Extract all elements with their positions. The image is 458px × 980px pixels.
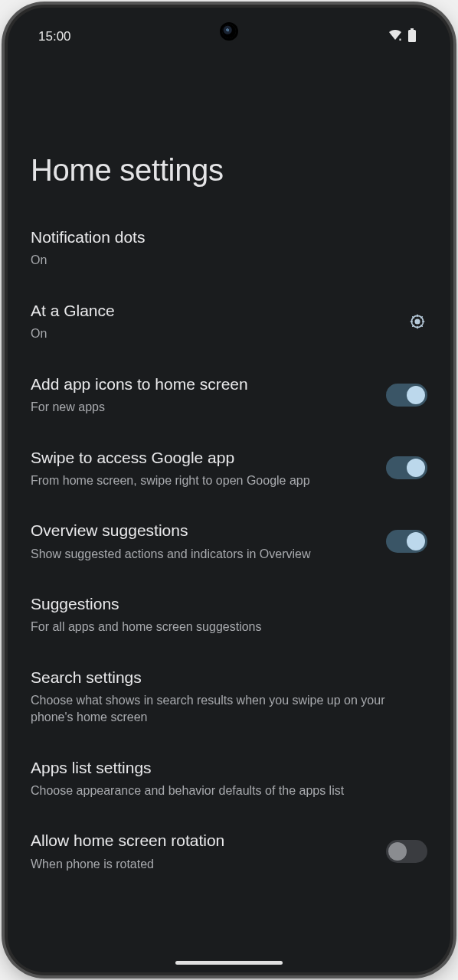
wifi-icon: [388, 29, 403, 45]
row-sub: Choose appearance and behavior defaults …: [31, 782, 415, 799]
row-title: Notification dots: [31, 227, 415, 247]
row-text: At a Glance On: [31, 301, 407, 342]
gear-icon[interactable]: [407, 312, 427, 332]
row-title: Suggestions: [31, 594, 415, 614]
row-text: Apps list settings Choose appearance and…: [31, 758, 427, 799]
battery-icon: [407, 28, 417, 46]
toggle-swipe-google[interactable]: [386, 456, 427, 479]
row-text: Swipe to access Google app From home scr…: [31, 448, 386, 489]
toggle-allow-rotation[interactable]: [386, 840, 427, 863]
row-sub: From home screen, swipe right to open Go…: [31, 472, 374, 489]
row-sub: For all apps and home screen suggestions: [31, 619, 415, 635]
row-title: Allow home screen rotation: [31, 831, 374, 851]
row-notification-dots[interactable]: Notification dots On: [31, 227, 427, 269]
row-title: At a Glance: [31, 301, 395, 321]
toggle-add-app-icons[interactable]: [386, 384, 427, 407]
row-sub: Show suggested actions and indicators in…: [31, 546, 374, 563]
svg-rect-1: [400, 38, 401, 41]
row-sub: For new apps: [31, 399, 374, 416]
svg-rect-2: [411, 28, 414, 30]
status-time: 15:00: [38, 29, 71, 44]
row-title: Swipe to access Google app: [31, 448, 374, 468]
row-text: Suggestions For all apps and home screen…: [31, 594, 427, 635]
row-title: Overview suggestions: [31, 521, 374, 541]
toggle-overview-suggestions[interactable]: [386, 530, 427, 553]
content[interactable]: Home settings Notification dots On At a …: [8, 54, 450, 972]
row-sub: Choose what shows in search results when…: [31, 692, 415, 725]
row-title: Apps list settings: [31, 758, 415, 778]
row-allow-rotation[interactable]: Allow home screen rotation When phone is…: [31, 831, 427, 872]
row-text: Allow home screen rotation When phone is…: [31, 831, 386, 872]
phone-frame: 15:00 Home settings Notification dots On…: [8, 8, 450, 972]
row-sub: On: [31, 252, 415, 269]
row-title: Search settings: [31, 668, 415, 688]
row-sub: On: [31, 325, 395, 342]
row-title: Add app icons to home screen: [31, 374, 374, 394]
row-apps-list-settings[interactable]: Apps list settings Choose appearance and…: [31, 758, 427, 799]
svg-rect-3: [408, 30, 416, 42]
page-title: Home settings: [31, 153, 427, 188]
row-text: Overview suggestions Show suggested acti…: [31, 521, 386, 562]
row-at-a-glance[interactable]: At a Glance On: [31, 301, 427, 342]
status-bar: 15:00: [8, 26, 450, 47]
row-swipe-google[interactable]: Swipe to access Google app From home scr…: [31, 448, 427, 489]
row-text: Add app icons to home screen For new app…: [31, 374, 386, 416]
row-search-settings[interactable]: Search settings Choose what shows in sea…: [31, 668, 427, 725]
row-add-app-icons[interactable]: Add app icons to home screen For new app…: [31, 374, 427, 416]
row-suggestions[interactable]: Suggestions For all apps and home screen…: [31, 594, 427, 635]
row-overview-suggestions[interactable]: Overview suggestions Show suggested acti…: [31, 521, 427, 562]
status-icons: [388, 28, 417, 46]
svg-point-4: [415, 319, 420, 324]
nav-handle[interactable]: [175, 961, 283, 965]
row-sub: When phone is rotated: [31, 856, 374, 873]
row-text: Notification dots On: [31, 227, 427, 269]
row-text: Search settings Choose what shows in sea…: [31, 668, 427, 725]
